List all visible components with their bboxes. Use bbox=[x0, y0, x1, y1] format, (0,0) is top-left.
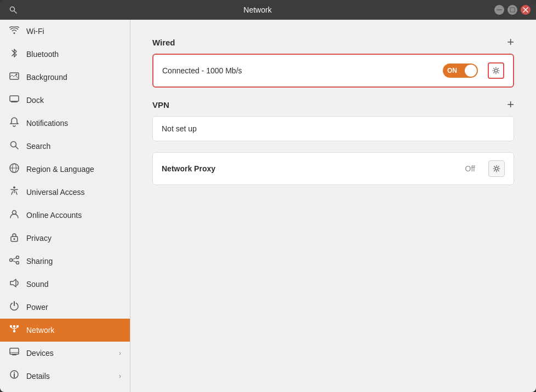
svg-rect-25 bbox=[13, 330, 15, 332]
wifi-icon bbox=[9, 26, 20, 36]
sidebar-label-power: Power bbox=[26, 303, 48, 312]
svg-line-30 bbox=[11, 327, 14, 329]
svg-line-31 bbox=[14, 327, 18, 329]
vpn-section-header: VPN + bbox=[152, 99, 514, 111]
sidebar-item-background[interactable]: Background bbox=[0, 66, 130, 89]
svg-point-39 bbox=[495, 168, 498, 170]
proxy-settings-button[interactable] bbox=[488, 160, 505, 177]
notifications-icon bbox=[9, 117, 20, 129]
proxy-card-row: Network Proxy Off bbox=[153, 153, 514, 185]
wired-toggle-switch[interactable]: ON bbox=[443, 64, 478, 78]
svg-rect-27 bbox=[16, 325, 19, 327]
sidebar-item-details[interactable]: Details › bbox=[0, 365, 130, 388]
svg-point-0 bbox=[10, 7, 15, 11]
sidebar-item-dock[interactable]: Dock bbox=[0, 89, 130, 112]
sidebar-item-search[interactable]: Search bbox=[0, 135, 130, 158]
svg-point-7 bbox=[16, 74, 18, 76]
sidebar-item-online-accounts[interactable]: Online Accounts bbox=[0, 204, 130, 227]
sidebar-label-wifi: Wi-Fi bbox=[26, 27, 44, 36]
sidebar-label-universal-access: Universal Access bbox=[26, 188, 85, 197]
sidebar-label-sharing: Sharing bbox=[26, 257, 53, 266]
sidebar-item-network[interactable]: Network bbox=[0, 319, 130, 342]
sidebar-item-privacy[interactable]: Privacy bbox=[0, 227, 130, 250]
sidebar-item-universal-access[interactable]: Universal Access bbox=[0, 181, 130, 204]
sidebar-item-devices[interactable]: Devices › bbox=[0, 342, 130, 365]
maximize-button[interactable] bbox=[508, 5, 517, 15]
sidebar-label-details: Details bbox=[26, 372, 50, 381]
svg-rect-32 bbox=[10, 348, 19, 354]
details-icon bbox=[9, 370, 20, 382]
svg-point-37 bbox=[14, 372, 15, 373]
svg-rect-26 bbox=[10, 325, 12, 327]
vpn-section-title: VPN bbox=[152, 100, 169, 109]
vpn-card: Not set up bbox=[152, 116, 514, 141]
titlebar: Network bbox=[0, 0, 536, 20]
svg-rect-3 bbox=[510, 8, 515, 12]
sidebar-item-region[interactable]: Region & Language bbox=[0, 158, 130, 181]
sidebar-label-privacy: Privacy bbox=[26, 234, 52, 243]
svg-line-23 bbox=[13, 261, 16, 262]
wired-section-title: Wired bbox=[152, 38, 175, 47]
toggle-on-label: ON bbox=[444, 67, 457, 74]
wired-card: Connected - 1000 Mb/s ON bbox=[152, 54, 514, 88]
wired-toggle-container: ON bbox=[443, 64, 478, 78]
privacy-icon bbox=[9, 232, 20, 244]
dock-icon bbox=[9, 95, 20, 105]
svg-line-11 bbox=[16, 147, 19, 149]
sidebar-label-bluetooth: Bluetooth bbox=[26, 50, 59, 59]
sidebar-item-notifications[interactable]: Notifications bbox=[0, 112, 130, 135]
wired-card-row: Connected - 1000 Mb/s ON bbox=[153, 55, 513, 87]
svg-rect-2 bbox=[497, 9, 502, 10]
devices-icon bbox=[9, 348, 20, 359]
wired-connection-status: Connected - 1000 Mb/s bbox=[162, 66, 437, 75]
wired-section-header: Wired + bbox=[152, 36, 514, 48]
sidebar-item-power[interactable]: Power bbox=[0, 296, 130, 319]
sidebar-item-sharing[interactable]: Sharing bbox=[0, 250, 130, 273]
toggle-knob bbox=[465, 65, 477, 77]
proxy-status-off: Off bbox=[465, 164, 475, 173]
svg-rect-8 bbox=[10, 96, 19, 101]
app-window: Network bbox=[0, 0, 536, 392]
wired-add-button[interactable]: + bbox=[507, 36, 514, 48]
close-button[interactable] bbox=[521, 5, 531, 15]
minimize-button[interactable] bbox=[494, 5, 504, 15]
sharing-icon bbox=[9, 256, 20, 267]
vpn-add-button[interactable]: + bbox=[507, 99, 514, 111]
svg-rect-33 bbox=[12, 354, 16, 355]
sidebar-item-wifi[interactable]: Wi-Fi bbox=[0, 20, 130, 43]
sidebar-label-region: Region & Language bbox=[26, 165, 94, 174]
search-icon bbox=[9, 141, 20, 152]
sidebar-label-network: Network bbox=[26, 326, 54, 335]
main-panel: Wired + Connected - 1000 Mb/s ON bbox=[130, 20, 536, 392]
region-icon bbox=[9, 163, 20, 175]
main-content: Wi-Fi Bluetooth bbox=[0, 20, 536, 392]
power-icon bbox=[9, 301, 20, 313]
svg-line-22 bbox=[13, 258, 16, 260]
devices-chevron-icon: › bbox=[119, 349, 121, 357]
sidebar-label-sound: Sound bbox=[26, 280, 48, 289]
background-icon bbox=[9, 72, 20, 82]
titlebar-search-icon[interactable] bbox=[5, 2, 21, 18]
bluetooth-icon bbox=[9, 48, 20, 60]
sidebar: Wi-Fi Bluetooth bbox=[0, 20, 130, 392]
sidebar-label-dock: Dock bbox=[26, 96, 44, 105]
vpn-status: Not set up bbox=[162, 124, 505, 133]
svg-point-21 bbox=[16, 262, 19, 264]
svg-point-15 bbox=[13, 187, 15, 189]
window-controls bbox=[494, 5, 531, 15]
proxy-card: Network Proxy Off bbox=[152, 152, 514, 185]
proxy-label: Network Proxy bbox=[162, 164, 460, 173]
window-title: Network bbox=[21, 5, 494, 14]
sidebar-label-devices: Devices bbox=[26, 349, 54, 358]
sidebar-label-search: Search bbox=[26, 142, 50, 151]
svg-line-1 bbox=[14, 11, 16, 13]
wired-settings-button[interactable] bbox=[488, 62, 504, 79]
sidebar-label-background: Background bbox=[26, 73, 67, 82]
svg-rect-9 bbox=[11, 101, 18, 102]
sidebar-item-bluetooth[interactable]: Bluetooth bbox=[0, 43, 130, 66]
network-icon bbox=[9, 325, 20, 336]
svg-point-19 bbox=[10, 259, 13, 262]
svg-rect-28 bbox=[13, 325, 15, 327]
sidebar-item-sound[interactable]: Sound bbox=[0, 273, 130, 296]
sound-icon bbox=[9, 279, 20, 290]
